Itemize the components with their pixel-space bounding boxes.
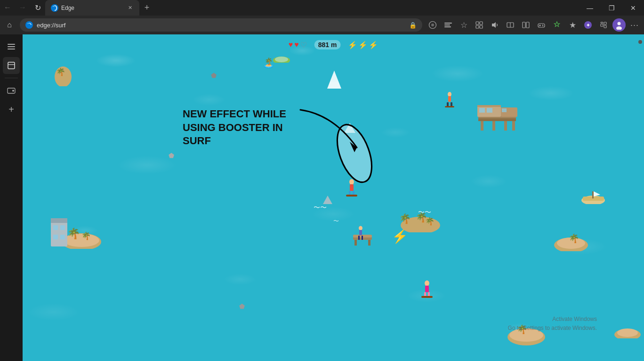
home-button[interactable]: ⌂ bbox=[2, 17, 17, 33]
new-tab-button[interactable]: + bbox=[140, 1, 153, 15]
address-text: edge://surf bbox=[37, 22, 405, 29]
game-area[interactable]: ♥ ♥ ♡ 881 m ⚡ ⚡ ⚡ NEW EFFECT WHILE USING… bbox=[23, 34, 644, 361]
svg-rect-30 bbox=[8, 62, 15, 69]
browser-body: + ♥ ♥ ♡ 881 m ⚡ ⚡ ⚡ bbox=[0, 34, 644, 361]
svg-text:🌴: 🌴 bbox=[81, 231, 91, 240]
sidebar: + bbox=[0, 34, 23, 361]
spray-3: 〜〜 bbox=[418, 209, 431, 215]
sidebar-wallet-button[interactable] bbox=[3, 82, 20, 99]
settings-more-button[interactable]: ··· bbox=[627, 17, 642, 33]
svg-rect-8 bbox=[480, 25, 483, 28]
hud-hearts: ♥ ♥ ♡ bbox=[289, 41, 307, 49]
spray-2: 〜 bbox=[333, 218, 339, 224]
browser-essentials-button[interactable] bbox=[549, 17, 564, 33]
close-button[interactable]: ✕ bbox=[622, 0, 644, 16]
svg-text:🌴: 🌴 bbox=[425, 217, 435, 226]
svg-rect-5 bbox=[476, 22, 479, 25]
surfer-secondary bbox=[420, 279, 434, 300]
svg-point-93 bbox=[359, 226, 362, 230]
svg-text:🌴: 🌴 bbox=[56, 67, 65, 76]
svg-rect-100 bbox=[51, 221, 67, 246]
svg-rect-75 bbox=[368, 240, 370, 246]
svg-rect-94 bbox=[359, 230, 362, 235]
favorites-star-button[interactable]: ★ bbox=[565, 17, 580, 33]
svg-point-37 bbox=[275, 57, 288, 62]
svg-rect-60 bbox=[512, 121, 515, 131]
collections-button[interactable] bbox=[472, 17, 487, 33]
svg-rect-54 bbox=[445, 106, 454, 107]
svg-rect-51 bbox=[448, 96, 451, 102]
sidebar-add-button[interactable]: + bbox=[3, 101, 20, 118]
svg-rect-56 bbox=[478, 118, 516, 121]
favorites-button[interactable]: ☆ bbox=[456, 17, 471, 33]
heart-3: ♡ bbox=[300, 41, 307, 49]
back-button[interactable]: ← bbox=[0, 0, 15, 15]
tab-area: ← → ↻ Edge ✕ + bbox=[0, 0, 579, 16]
svg-rect-27 bbox=[8, 44, 15, 45]
copilot-button[interactable]: ✦ bbox=[580, 17, 596, 33]
sidebar-menu-button[interactable] bbox=[3, 38, 20, 55]
svg-rect-2 bbox=[444, 23, 452, 24]
svg-marker-39 bbox=[330, 71, 338, 82]
browser-window: ← → ↻ Edge ✕ + — ❐ ✕ ⌂ bbox=[0, 0, 644, 361]
svg-point-33 bbox=[12, 90, 14, 92]
island-top-right bbox=[272, 51, 291, 65]
svg-rect-58 bbox=[492, 121, 495, 131]
annotation-line3: SURF bbox=[183, 134, 286, 148]
svg-text:🌴: 🌴 bbox=[399, 213, 411, 224]
svg-rect-104 bbox=[53, 235, 58, 239]
read-aloud-button[interactable] bbox=[487, 17, 502, 33]
svg-rect-23 bbox=[601, 22, 603, 23]
immersive-reader-button[interactable] bbox=[503, 17, 518, 33]
svg-rect-105 bbox=[60, 235, 65, 239]
svg-rect-59 bbox=[504, 121, 507, 131]
game-controller-button[interactable] bbox=[534, 17, 549, 33]
svg-point-17 bbox=[542, 25, 543, 26]
rock-scatter-2: ⬟ bbox=[169, 152, 174, 159]
svg-point-16 bbox=[542, 25, 543, 25]
surfer-top-right bbox=[444, 91, 455, 110]
sidebar-tabs-button[interactable] bbox=[3, 57, 20, 74]
refresh-button[interactable]: ↻ bbox=[30, 0, 45, 15]
svg-point-1 bbox=[431, 24, 434, 26]
extensions-button[interactable] bbox=[596, 17, 611, 33]
toolbar: ⌂ edge://surf 🔒 ☆ bbox=[0, 16, 644, 34]
svg-rect-20 bbox=[601, 24, 603, 26]
svg-rect-101 bbox=[51, 218, 67, 223]
maximize-button[interactable]: ❐ bbox=[601, 0, 622, 16]
structure-left bbox=[48, 211, 70, 251]
annotation-line2: USING BOOSTER IN bbox=[183, 121, 286, 135]
svg-point-89 bbox=[617, 328, 638, 337]
split-screen-button[interactable] bbox=[518, 17, 533, 33]
svg-rect-22 bbox=[604, 25, 606, 28]
edge-top-left: 🌴 bbox=[54, 58, 72, 88]
hud: ♥ ♥ ♡ 881 m ⚡ ⚡ ⚡ bbox=[289, 40, 378, 49]
svg-rect-12 bbox=[526, 22, 529, 28]
profile-button[interactable] bbox=[612, 18, 626, 32]
svg-rect-82 bbox=[592, 191, 594, 198]
sidebar-divider bbox=[5, 78, 18, 78]
svg-rect-63 bbox=[479, 108, 485, 113]
window-controls: — ❐ ✕ bbox=[579, 0, 644, 16]
toolbar-icons-right: ☆ ★ ✦ bbox=[425, 17, 642, 33]
svg-rect-95 bbox=[358, 236, 360, 240]
svg-rect-3 bbox=[444, 25, 450, 25]
feedback-button[interactable] bbox=[425, 17, 440, 33]
dock-structure bbox=[474, 100, 521, 138]
address-bar[interactable]: edge://surf 🔒 bbox=[20, 18, 422, 32]
minimize-button[interactable]: — bbox=[579, 0, 601, 16]
svg-point-50 bbox=[448, 92, 451, 97]
settings-dot[interactable] bbox=[638, 40, 642, 44]
annotation-text: NEW EFFECT WHILE USING BOOSTER IN SURF bbox=[183, 107, 286, 148]
svg-rect-11 bbox=[523, 22, 525, 28]
forward-button[interactable]: → bbox=[15, 0, 30, 15]
tab-close-button[interactable]: ✕ bbox=[126, 4, 134, 12]
active-tab[interactable]: Edge ✕ bbox=[45, 0, 139, 16]
heart-1: ♥ bbox=[289, 41, 293, 49]
svg-rect-7 bbox=[476, 25, 479, 28]
svg-rect-6 bbox=[480, 22, 483, 25]
svg-rect-21 bbox=[604, 22, 606, 25]
svg-marker-83 bbox=[594, 191, 600, 197]
rock-scatter-1: ⬟ bbox=[211, 72, 217, 79]
tab-search-button[interactable] bbox=[441, 17, 456, 33]
